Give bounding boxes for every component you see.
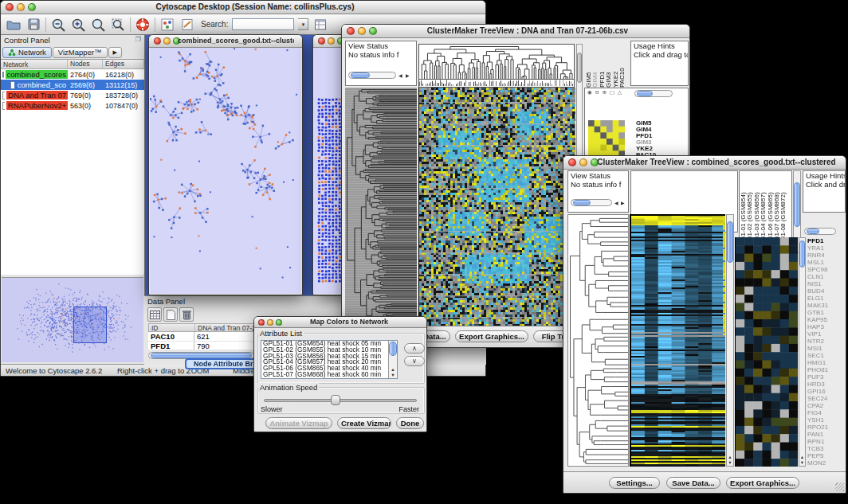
column-header-edges[interactable]: Edges: [103, 60, 144, 68]
zoom-in-icon[interactable]: [70, 17, 86, 33]
scroll-right-icon[interactable]: ▶: [621, 200, 625, 205]
column-dendrogram-canvas[interactable]: [419, 45, 574, 79]
view-status-scrollbar[interactable]: [348, 72, 396, 79]
scroll-right-icon[interactable]: ▶: [406, 72, 410, 78]
column-header-id[interactable]: ID: [149, 324, 195, 331]
heatmap[interactable]: [418, 88, 575, 329]
scroll-down-icon[interactable]: ▼: [799, 460, 805, 465]
scrollbar-thumb[interactable]: [727, 221, 733, 263]
row-dendrogram[interactable]: [345, 88, 417, 329]
minimize-button[interactable]: [579, 158, 587, 166]
overview-canvas[interactable]: [2, 278, 143, 362]
scroll-down-icon[interactable]: ▼: [727, 460, 733, 465]
create-vizmap-button[interactable]: Create Vizmap: [337, 417, 391, 429]
minimize-button[interactable]: [267, 319, 273, 326]
treeview1-titlebar[interactable]: ClusterMaker TreeView : DNA and Tran 07-…: [342, 25, 689, 38]
save-session-icon[interactable]: [26, 17, 41, 33]
scroll-up-icon[interactable]: ▲: [389, 367, 397, 372]
close-button[interactable]: [568, 158, 576, 166]
move-down-button[interactable]: ∨: [404, 356, 425, 366]
select-attributes-icon[interactable]: [147, 307, 162, 322]
done-button[interactable]: Done: [396, 417, 424, 429]
scrollbar-thumb[interactable]: [807, 229, 819, 234]
attribute-list-scrollbar[interactable]: ▲ ▼: [388, 341, 397, 378]
column-header-nodes[interactable]: Nodes: [68, 60, 103, 68]
scrollbar-thumb[interactable]: [794, 182, 800, 227]
zoom-out-icon[interactable]: [50, 17, 66, 33]
more-tabs-button[interactable]: ▶: [108, 47, 122, 58]
help-lifering-icon[interactable]: [135, 17, 151, 33]
attribute-list[interactable]: GPL51-01 (GSM854) heat shock 05 minGPL51…: [261, 340, 398, 379]
minimize-button[interactable]: [358, 27, 366, 35]
network-row[interactable]: combined_scores 2764(0) 16218(0): [1, 69, 144, 80]
scrollbar-thumb[interactable]: [351, 72, 370, 78]
network-row[interactable]: DNA and Tran 07 769(0) 183728(0): [1, 90, 144, 100]
animation-speed-slider[interactable]: [264, 399, 417, 402]
scrollbar-thumb[interactable]: [573, 200, 591, 205]
vizmap-icon[interactable]: [159, 17, 175, 33]
usage-hints-scrollbar[interactable]: [804, 228, 836, 235]
network-window-titlebar[interactable]: combined_scores_good.txt--cluste...: [149, 35, 302, 48]
scrollbar-thumb[interactable]: [799, 240, 805, 268]
export-graphics-button[interactable]: Export Graphics...: [455, 330, 528, 342]
move-up-button[interactable]: ∧: [404, 343, 425, 354]
close-button[interactable]: [6, 3, 14, 11]
scroll-up-icon[interactable]: ▲: [799, 455, 805, 459]
slider-thumb[interactable]: [331, 395, 340, 405]
open-session-icon[interactable]: [6, 17, 22, 33]
scroll-down-icon[interactable]: ▼: [389, 373, 397, 377]
annotation-icon[interactable]: [179, 17, 195, 33]
heatmap-canvas[interactable]: [419, 88, 575, 329]
zoom-tools-icons[interactable]: ◉ ⊖ ⊕ ▢ △: [587, 89, 622, 96]
row-dendrogram-canvas[interactable]: [345, 88, 417, 329]
column-dendrogram[interactable]: [418, 44, 575, 80]
main-titlebar[interactable]: Cytoscape Desktop (Session Name: collins…: [1, 1, 485, 14]
tab-vizmapper[interactable]: VizMapper™: [53, 47, 108, 58]
close-button[interactable]: [318, 37, 325, 45]
minimize-button[interactable]: [328, 37, 335, 45]
tab-network[interactable]: Network: [2, 47, 52, 58]
heatmap[interactable]: [630, 214, 725, 467]
zoom-selected-icon[interactable]: [110, 17, 126, 33]
column-header-network[interactable]: Network: [1, 60, 68, 68]
network-overview[interactable]: [2, 277, 143, 362]
network-row[interactable]: RNAPuberNov2+ 563(0) 107847(0): [1, 100, 144, 111]
save-data-button[interactable]: Save Data...: [666, 477, 720, 489]
network-view-canvas[interactable]: [150, 48, 301, 294]
scrollbar-thumb[interactable]: [389, 342, 397, 356]
detail-vscrollbar[interactable]: ▲ ▼: [799, 237, 806, 467]
scroll-left-icon[interactable]: ◀: [398, 72, 402, 78]
zoom-panel-scrollbar[interactable]: [634, 90, 673, 97]
search-input[interactable]: [232, 18, 294, 30]
zoom-detail-heatmap[interactable]: [735, 237, 798, 467]
view-status-scrollbar[interactable]: [571, 199, 612, 206]
scrollbar-thumb[interactable]: [151, 353, 252, 358]
float-panel-icon[interactable]: ❐: [135, 36, 141, 43]
minimize-button[interactable]: [17, 3, 25, 11]
scrollbar-thumb[interactable]: [637, 91, 653, 96]
scroll-left-icon[interactable]: ◀: [614, 200, 618, 205]
search-dropdown-button[interactable]: ▼: [298, 18, 308, 30]
scroll-up-icon[interactable]: ▲: [727, 455, 733, 459]
close-button[interactable]: [347, 27, 355, 35]
scrollbar-thumb[interactable]: [577, 53, 582, 83]
close-button[interactable]: [154, 37, 161, 45]
settings-button[interactable]: Settings...: [609, 477, 660, 489]
delete-attribute-icon[interactable]: [179, 307, 194, 322]
export-graphics-button[interactable]: Export Graphics...: [726, 477, 799, 489]
overview-viewport-rect[interactable]: [73, 307, 107, 343]
detail-heatmap-canvas[interactable]: [736, 237, 798, 467]
heatmap-canvas[interactable]: [631, 216, 725, 467]
minimize-button[interactable]: [163, 37, 171, 45]
row-dendrogram-canvas[interactable]: [568, 215, 628, 466]
resize-grip[interactable]: [835, 483, 844, 491]
row-dendrogram[interactable]: [567, 214, 629, 467]
new-attribute-icon[interactable]: [163, 307, 178, 322]
dialog-titlebar[interactable]: Map Colors to Network: [254, 317, 426, 328]
attribute-browser-icon[interactable]: [312, 17, 328, 33]
zoom-fit-icon[interactable]: [90, 17, 106, 33]
mini-matrix-canvas[interactable]: [588, 120, 625, 157]
treeview2-titlebar[interactable]: ClusterMaker TreeView : combined_scores_…: [563, 156, 846, 170]
heatmap-vscrollbar[interactable]: ▲ ▼: [726, 214, 734, 467]
close-button[interactable]: [258, 319, 265, 326]
